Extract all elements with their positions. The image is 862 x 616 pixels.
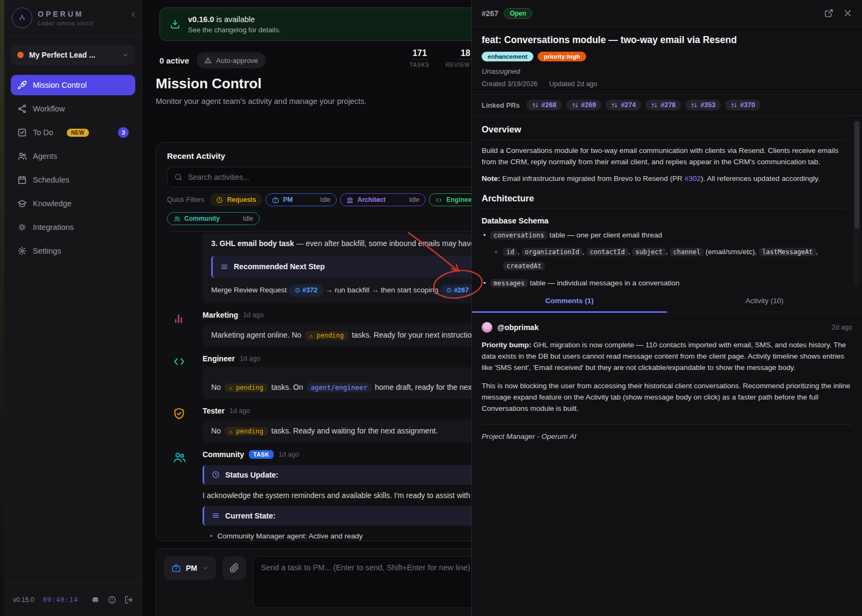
seg-text: , <box>582 248 587 256</box>
info-icon[interactable] <box>108 596 116 604</box>
seg-text: No <box>211 426 223 435</box>
pull-request-icon <box>611 102 618 109</box>
seg-code: subject <box>632 248 666 256</box>
page-subtitle: Monitor your agent team's activity and m… <box>156 97 366 106</box>
page-title: Mission Control <box>156 75 261 92</box>
pr-pill[interactable]: #274 <box>606 100 641 110</box>
tab-activity[interactable]: Activity (10) <box>667 291 862 312</box>
panel-tabs: Comments (1) Activity (10) <box>472 291 862 312</box>
agent-name: Marketing <box>203 311 238 319</box>
sidebar-item-mission-control[interactable]: Mission Control <box>11 75 135 95</box>
issue-title: feat: Conversations module — two-way ema… <box>482 34 852 46</box>
filter-pm[interactable]: PM Idle <box>266 193 337 206</box>
database-schema-heading: Database Schema <box>482 216 846 225</box>
seg-text: No <box>211 383 223 391</box>
auto-approve-toggle[interactable]: Auto-approve <box>197 52 266 68</box>
paperclip-icon <box>230 563 239 573</box>
pr-pill[interactable]: #269 <box>566 100 602 110</box>
spark-icon <box>17 222 27 232</box>
architecture-heading: Architecture <box>482 193 846 209</box>
tab-comments[interactable]: Comments (1) <box>472 291 667 312</box>
seg-pill[interactable]: #267 <box>440 284 475 297</box>
comment-author: @obprimak <box>497 323 539 332</box>
users-icon <box>17 151 27 161</box>
download-icon <box>170 19 180 30</box>
divider <box>482 424 852 425</box>
sidebar-item-agents[interactable]: Agents <box>11 146 135 166</box>
org-avatar <box>17 52 24 58</box>
issue-id: #267 <box>482 9 498 18</box>
scrollbar-thumb[interactable] <box>854 121 859 229</box>
seg-mono[interactable]: agent/engineer <box>307 383 371 392</box>
org-name: My Perfect Lead ... <box>29 51 116 59</box>
sidebar-item-knowledge[interactable]: Knowledge <box>11 193 135 214</box>
seg-pill[interactable]: #372 <box>289 284 323 297</box>
label-enhancement[interactable]: enhancement <box>482 52 533 61</box>
avatar <box>482 322 492 333</box>
overview-paragraph: Build a Conversations module for two-way… <box>482 145 846 168</box>
schema-list: conversations table — one per client ema… <box>482 228 846 291</box>
attach-file-button[interactable] <box>223 556 246 580</box>
warning-triangle-icon <box>204 57 212 64</box>
comment-signature: Project Manager - Operum AI <box>482 432 852 440</box>
panel-scrollbar[interactable] <box>853 119 860 287</box>
chevron-down-icon <box>122 52 129 59</box>
close-icon[interactable] <box>843 9 852 18</box>
brand-name: OPERUM <box>38 10 93 18</box>
pr-pill[interactable]: #370 <box>725 100 761 110</box>
issue-panel: #267 Open feat: Conversations module — t… <box>471 0 862 616</box>
comment-time: 2d ago <box>832 324 852 331</box>
landmark-icon <box>346 197 353 204</box>
clock-icon <box>216 197 223 204</box>
seg-text: tasks. Ready for your next instruction. <box>350 331 478 339</box>
sidebar-item-settings[interactable]: Settings <box>11 241 135 261</box>
pull-request-icon <box>691 102 698 109</box>
task-badge: TASK <box>249 450 274 459</box>
seg-warn: pending <box>305 331 348 340</box>
filter-requests[interactable]: Requests <box>210 193 262 206</box>
filter-architect[interactable]: Architect Idle <box>340 193 426 206</box>
sidebar-item-workflow[interactable]: Workflow <box>11 99 135 119</box>
issue-description: Overview Build a Conversations module fo… <box>472 116 862 291</box>
external-link-icon[interactable] <box>824 9 833 18</box>
sidebar-item-schedules[interactable]: Schedules <box>11 170 135 190</box>
seg-code: organizationId <box>522 248 582 256</box>
app-version: v0.15.0 <box>13 596 34 604</box>
label-priority-high[interactable]: priority:high <box>538 52 586 61</box>
sidebar-nav: Mission Control Workflow To Do NEW 3 Age… <box>4 75 142 261</box>
pull-request-icon <box>731 102 738 109</box>
discord-icon[interactable] <box>91 596 100 604</box>
seg-text: Email infrastructure migrated from Brevo… <box>500 174 685 183</box>
seg-text: table — individual messages in a convers… <box>528 279 679 287</box>
seg-code: lastMessageAt <box>759 248 816 256</box>
schema-bullet: messages table — individual messages in … <box>490 276 846 290</box>
chevron-down-icon <box>202 565 208 571</box>
seg-bold: Priority bump: <box>482 341 531 349</box>
pr-pill[interactable]: #278 <box>645 100 681 110</box>
pr-pill[interactable]: #268 <box>526 100 562 110</box>
seg-code: conversations <box>490 231 547 240</box>
sidebar-collapse-icon[interactable] <box>130 11 137 18</box>
org-selector[interactable]: My Perfect Lead ... <box>11 45 135 65</box>
seg-code: messages <box>490 279 528 288</box>
sidebar-item-integrations[interactable]: Integrations <box>11 217 135 237</box>
sidebar-item-label: Agents <box>33 152 57 160</box>
agent-name: Community <box>203 450 244 459</box>
overview-note: Note: Email infrastructure migrated from… <box>482 173 846 185</box>
sidebar-item-todo[interactable]: To Do NEW 3 <box>11 122 135 143</box>
rocket-icon <box>17 80 27 90</box>
agent-select[interactable]: PM <box>164 556 216 580</box>
sidebar-footer: v0.15.0 09:40:14 <box>4 583 142 616</box>
status-badge: Open <box>504 8 532 19</box>
workflow-icon <box>17 104 27 114</box>
quick-filters-label: Quick Filters <box>167 196 204 204</box>
created-date: Created 3/19/2026 <box>482 80 538 88</box>
filter-community[interactable]: Community Idle <box>167 212 260 225</box>
seg-link[interactable]: #302 <box>685 174 701 183</box>
briefcase-icon <box>171 563 181 573</box>
clock-icon <box>212 471 220 479</box>
pr-pill[interactable]: #353 <box>685 100 721 110</box>
linked-prs-label: Linked PRs <box>482 101 520 109</box>
logout-icon[interactable] <box>124 596 133 604</box>
new-badge: NEW <box>67 129 89 137</box>
